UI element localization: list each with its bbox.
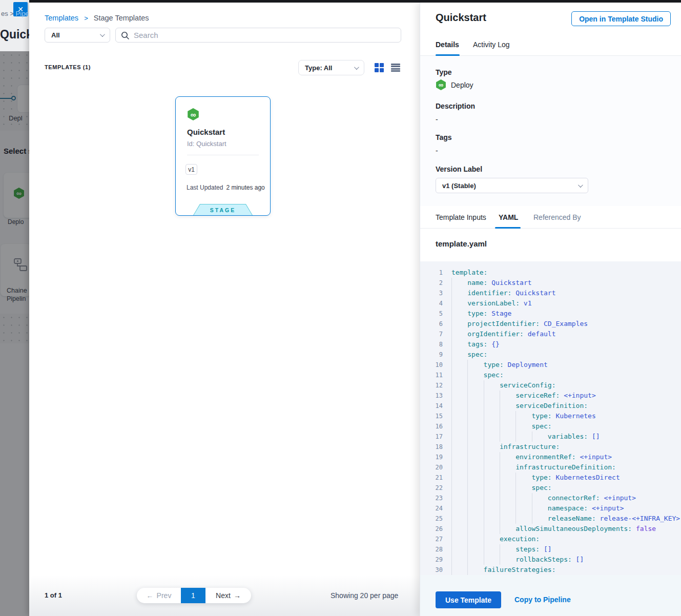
next-page-button[interactable]: Next →	[205, 588, 251, 603]
yaml-line: 12serviceConfig:	[427, 380, 681, 391]
yaml-line: 6projectIdentifier: CD_Examples	[427, 319, 681, 329]
version-select-value: v1 (Stable)	[442, 182, 578, 190]
panel-footer: Use Template Copy to Pipeline	[420, 575, 681, 616]
yaml-line: 2name: Quickstart	[427, 278, 681, 288]
yaml-line: 5type: Stage	[427, 309, 681, 319]
background-page-title: Quicks	[0, 28, 29, 42]
yaml-line: 30failureStrategies:	[427, 565, 681, 575]
copy-to-pipeline-link[interactable]: Copy to Pipeline	[514, 596, 571, 604]
template-card-title: Quickstart	[187, 128, 225, 136]
yaml-tabs: Template Inputs YAML Referenced By	[420, 206, 681, 229]
yaml-line: 25releaseName: release-<+INFRA_KEY>	[427, 514, 681, 524]
search-box	[115, 28, 401, 43]
deploy-hexagon-icon: ∞	[436, 79, 446, 90]
file-row: template.yaml	[420, 229, 681, 261]
grid-view-icon[interactable]	[375, 63, 384, 72]
yaml-line: 26allowSimultaneousDeployments: false	[427, 524, 681, 534]
tags-label: Tags	[436, 133, 452, 141]
deploy-hexagon-icon: ∞	[187, 108, 199, 120]
top-dark-bar	[29, 0, 681, 3]
yaml-line: 13serviceRef: <+input>	[427, 391, 681, 401]
chevron-down-icon	[354, 65, 359, 70]
background-page: Depl Select s ∞ Deplo Chaine Pipelin es …	[0, 0, 29, 616]
type-value: Deploy	[451, 81, 473, 89]
arrow-right-icon: →	[234, 591, 241, 600]
version-select[interactable]: v1 (Stable)	[436, 178, 588, 193]
tab-details[interactable]: Details	[436, 34, 459, 55]
stage-badge: STAGE	[193, 204, 253, 215]
breadcrumb-separator-icon: >	[84, 14, 88, 22]
breadcrumb: Templates > Stage Templates	[45, 14, 149, 22]
divider	[187, 155, 259, 155]
yaml-line: 19environmentRef: <+input>	[427, 452, 681, 462]
breadcrumb-templates-link[interactable]: Templates	[45, 14, 78, 22]
type-filter-value: Type: All	[305, 64, 354, 72]
scope-filter-select[interactable]: All	[45, 28, 110, 43]
yaml-line: 1template:	[427, 268, 681, 278]
templates-drawer: Templates > Stage Templates All TEMPLATE…	[29, 3, 420, 616]
yaml-editor[interactable]: 1template:2name: Quickstart3identifier: …	[420, 261, 681, 575]
arrow-left-icon: ←	[147, 591, 154, 600]
template-card[interactable]: ∞ Quickstart Id: Quickstart v1 Last Upda…	[175, 96, 271, 216]
yaml-line: 11spec:	[427, 370, 681, 380]
breadcrumb-current: Stage Templates	[94, 14, 149, 22]
type-value-row: ∞ Deploy	[436, 79, 473, 90]
tab-yaml[interactable]: YAML	[499, 206, 518, 228]
yaml-line: 23connectorRef: <+input>	[427, 493, 681, 503]
type-label: Type	[436, 68, 452, 76]
yaml-line: 10type: Deployment	[427, 360, 681, 370]
templates-count-header: TEMPLATES (1)	[45, 64, 91, 70]
tab-activity-log[interactable]: Activity Log	[473, 34, 510, 55]
version-label: Version Label	[436, 165, 482, 173]
yaml-line: 7orgIdentifier: default	[427, 329, 681, 339]
tab-referenced-by[interactable]: Referenced By	[533, 206, 581, 228]
details-tabs: Details Activity Log	[420, 34, 681, 56]
details-section: Type ∞ Deploy Description - Tags - Versi…	[420, 56, 681, 206]
background-breadcrumb: es > Pipe	[1, 10, 29, 17]
template-card-id: Id: Quickstart	[187, 140, 226, 148]
prev-page-button[interactable]: ← Prev	[137, 588, 181, 603]
app-root: Depl Select s ∞ Deplo Chaine Pipelin es …	[0, 0, 681, 616]
modal-overlay	[0, 51, 29, 616]
list-view-icon[interactable]	[391, 63, 400, 72]
yaml-line: 15type: Kubernetes	[427, 411, 681, 421]
tab-template-inputs[interactable]: Template Inputs	[436, 206, 486, 228]
yaml-line: 16spec:	[427, 421, 681, 432]
chevron-down-icon	[100, 32, 105, 37]
tags-value: -	[436, 147, 438, 155]
search-icon	[121, 31, 129, 39]
last-updated: Last Updated2 minutes ago	[187, 184, 265, 191]
type-filter-select[interactable]: Type: All	[298, 60, 364, 75]
chevron-down-icon	[578, 182, 583, 188]
yaml-line: 28steps: []	[427, 544, 681, 555]
template-details-panel: Quickstart Open in Template Studio Detai…	[420, 3, 681, 616]
open-template-studio-button[interactable]: Open in Template Studio	[571, 11, 671, 26]
yaml-line: 20infrastructureDefinition:	[427, 462, 681, 473]
yaml-line: 14serviceDefinition:	[427, 401, 681, 411]
yaml-line: 4versionLabel: v1	[427, 298, 681, 309]
use-template-button[interactable]: Use Template	[436, 591, 501, 608]
yaml-line: 29rollbackSteps: []	[427, 555, 681, 565]
yaml-line: 17variables: []	[427, 432, 681, 442]
yaml-line: 22spec:	[427, 483, 681, 493]
page-summary: 1 of 1	[45, 591, 62, 599]
yaml-line: 21type: KubernetesDirect	[427, 473, 681, 483]
scope-filter-value: All	[51, 31, 100, 39]
file-name: template.yaml	[436, 239, 487, 248]
search-input[interactable]	[134, 31, 396, 39]
description-label: Description	[436, 102, 475, 110]
pagination: ← Prev 1 Next →	[137, 588, 251, 603]
yaml-line: 3identifier: Quickstart	[427, 288, 681, 298]
yaml-line: 9spec:	[427, 350, 681, 360]
showing-per-page: Showing 20 per page	[331, 591, 398, 600]
yaml-line: 18infrastructure:	[427, 442, 681, 452]
yaml-line: 27execution:	[427, 534, 681, 544]
yaml-line: 8tags: {}	[427, 339, 681, 350]
background-breadcrumb-link: Pipe	[16, 10, 29, 17]
description-value: -	[436, 115, 438, 124]
page-1-button[interactable]: 1	[181, 588, 205, 603]
yaml-line: 24namespace: <+input>	[427, 503, 681, 514]
version-chip: v1	[185, 164, 197, 175]
panel-title: Quickstart	[436, 12, 486, 24]
